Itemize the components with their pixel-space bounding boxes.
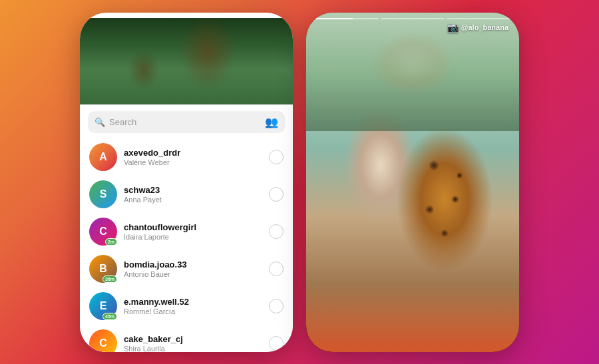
contact-username: schwa23: [124, 185, 262, 195]
contact-select-checkbox[interactable]: [269, 187, 284, 202]
contact-select-checkbox[interactable]: [269, 299, 284, 313]
share-sheet: 🔍 Search 👥 Aaxevedo_drdrValérie WeberSsc…: [80, 104, 293, 352]
phone-left: 🔍 Search 👥 Aaxevedo_drdrValérie WeberSsc…: [80, 13, 293, 352]
contact-item[interactable]: Ccake_baker_cjShira Laurila: [80, 325, 293, 352]
contact-username: cake_baker_cj: [124, 334, 262, 344]
contact-real-name: Valérie Weber: [124, 158, 262, 166]
contact-info: axevedo_drdrValérie Weber: [124, 148, 262, 166]
contact-select-checkbox[interactable]: [269, 336, 284, 351]
progress-bar-3: [447, 18, 511, 19]
story-time-badge: 45m: [102, 313, 117, 320]
instagram-icon: 📷: [447, 22, 459, 33]
contact-item[interactable]: C2mchantouflowergirlIdaira Laporte: [80, 213, 293, 250]
contact-real-name: Anna Payet: [124, 196, 262, 204]
phone-top-background-image: [80, 18, 293, 104]
story-image: 📷 @alo_banana: [306, 13, 519, 352]
contact-info: schwa23Anna Payet: [124, 185, 262, 204]
contact-info: chantouflowergirlIdaira Laporte: [124, 222, 262, 241]
avatar-wrap: A: [89, 143, 117, 171]
contact-username: chantouflowergirl: [124, 222, 262, 232]
progress-bar-2: [381, 18, 445, 19]
contact-real-name: Shira Laurila: [124, 345, 262, 352]
contact-item[interactable]: Aaxevedo_drdrValérie Weber: [80, 138, 293, 176]
contact-item[interactable]: E45me.manny.well.52Rommel García: [80, 287, 293, 325]
contact-select-checkbox[interactable]: [269, 224, 284, 239]
avatar-wrap: C: [89, 329, 117, 352]
contact-info: e.manny.well.52Rommel García: [124, 297, 262, 315]
app-container: 🔍 Search 👥 Aaxevedo_drdrValérie WeberSsc…: [0, 0, 599, 364]
avatar: S: [89, 180, 117, 208]
contact-username: bomdia.joao.33: [124, 260, 262, 270]
avatar-wrap: E45m: [89, 292, 117, 320]
phone-right: 📷 @alo_banana: [306, 13, 519, 352]
progress-bar-1: [314, 18, 379, 19]
avatar-wrap: C2m: [89, 218, 117, 246]
story-username: 📷 @alo_banana: [447, 22, 508, 33]
story-username-text: @alo_banana: [461, 23, 508, 31]
contact-info: cake_baker_cjShira Laurila: [124, 334, 262, 352]
contact-real-name: Rommel García: [124, 307, 262, 315]
avatar: C: [89, 329, 117, 352]
contact-item[interactable]: Sschwa23Anna Payet: [80, 176, 293, 213]
avatar-wrap: S: [89, 180, 117, 208]
contact-item[interactable]: B36mbomdia.joao.33Antonio Bauer: [80, 250, 293, 287]
background-trees: [306, 13, 519, 132]
contact-select-checkbox[interactable]: [269, 262, 284, 276]
search-bar[interactable]: 🔍 Search 👥: [88, 111, 285, 133]
story-progress-bars: [314, 18, 511, 19]
contact-real-name: Antonio Bauer: [124, 270, 262, 278]
story-time-badge: 2m: [105, 238, 117, 246]
avatar-wrap: B36m: [89, 255, 117, 283]
contact-username: e.manny.well.52: [124, 297, 262, 307]
add-people-icon[interactable]: 👥: [265, 116, 278, 128]
search-placeholder: Search: [109, 117, 261, 127]
search-icon: 🔍: [95, 117, 105, 127]
contact-username: axevedo_drdr: [124, 148, 262, 158]
avatar: A: [89, 143, 117, 171]
story-time-badge: 36m: [102, 275, 117, 283]
contact-real-name: Idaira Laporte: [124, 233, 262, 241]
contact-select-checkbox[interactable]: [269, 150, 284, 164]
contact-info: bomdia.joao.33Antonio Bauer: [124, 260, 262, 278]
contact-list: Aaxevedo_drdrValérie WeberSschwa23Anna P…: [80, 138, 293, 352]
